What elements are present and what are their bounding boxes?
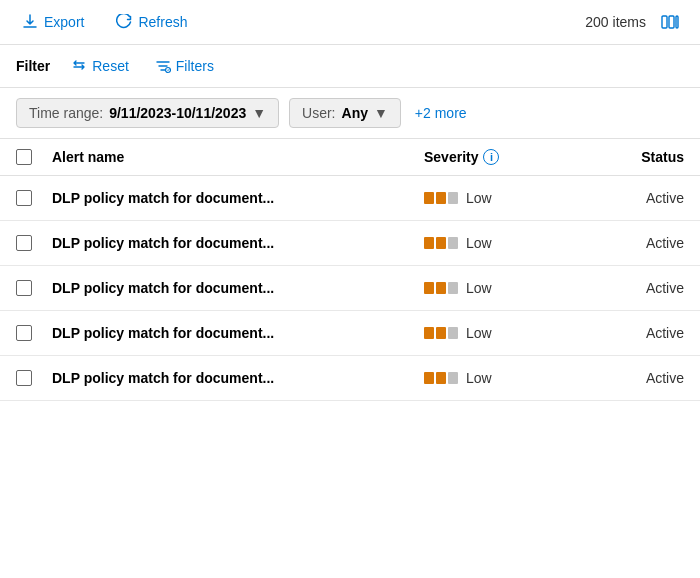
svg-rect-1 — [669, 16, 674, 28]
severity-bar-1 — [424, 372, 434, 384]
severity-cell: Low — [424, 370, 584, 386]
col-header-severity: Severity i — [424, 149, 584, 165]
row-checkbox[interactable] — [16, 370, 32, 386]
severity-value: Low — [466, 325, 492, 341]
col-header-status: Status — [584, 149, 684, 165]
user-pill-label: User: — [302, 105, 335, 121]
severity-bar-3 — [448, 327, 458, 339]
svg-rect-2 — [676, 16, 678, 28]
toolbar-left: Export Refresh — [16, 10, 194, 34]
row-checkbox-col — [16, 235, 52, 251]
severity-bars — [424, 327, 458, 339]
severity-bar-2 — [436, 282, 446, 294]
toolbar: Export Refresh 200 items — [0, 0, 700, 45]
row-checkbox[interactable] — [16, 325, 32, 341]
severity-value: Low — [466, 370, 492, 386]
table-header: Alert name Severity i Status — [0, 139, 700, 176]
row-checkbox[interactable] — [16, 190, 32, 206]
filters-label: Filters — [176, 58, 214, 74]
export-icon — [22, 14, 38, 30]
table-row[interactable]: DLP policy match for document... Low Act… — [0, 311, 700, 356]
filter-pills-row: Time range: 9/11/2023-10/11/2023 ▼ User:… — [0, 88, 700, 139]
filters-icon — [155, 58, 171, 74]
alert-name: DLP policy match for document... — [52, 235, 424, 251]
filters-button[interactable]: Filters — [150, 55, 219, 77]
column-settings-button[interactable] — [656, 8, 684, 36]
time-range-pill-label: Time range: — [29, 105, 103, 121]
table-row[interactable]: DLP policy match for document... Low Act… — [0, 266, 700, 311]
refresh-label: Refresh — [138, 14, 187, 30]
status-cell: Active — [584, 325, 684, 341]
severity-bars — [424, 372, 458, 384]
severity-value: Low — [466, 280, 492, 296]
alert-name: DLP policy match for document... — [52, 280, 424, 296]
export-label: Export — [44, 14, 84, 30]
row-checkbox-col — [16, 190, 52, 206]
severity-bars — [424, 282, 458, 294]
refresh-button[interactable]: Refresh — [110, 10, 193, 34]
severity-bar-2 — [436, 237, 446, 249]
status-cell: Active — [584, 235, 684, 251]
column-settings-icon — [660, 12, 680, 32]
severity-cell: Low — [424, 190, 584, 206]
refresh-icon — [116, 14, 132, 30]
severity-bar-1 — [424, 237, 434, 249]
filter-bar: Filter Reset Filters — [0, 45, 700, 88]
severity-bar-1 — [424, 192, 434, 204]
severity-bar-2 — [436, 327, 446, 339]
severity-bar-1 — [424, 282, 434, 294]
alert-name: DLP policy match for document... — [52, 325, 424, 341]
select-all-checkbox[interactable] — [16, 149, 32, 165]
severity-bar-3 — [448, 372, 458, 384]
row-checkbox-col — [16, 325, 52, 341]
time-range-filter[interactable]: Time range: 9/11/2023-10/11/2023 ▼ — [16, 98, 279, 128]
row-checkbox-col — [16, 280, 52, 296]
severity-cell: Low — [424, 325, 584, 341]
svg-rect-0 — [662, 16, 667, 28]
status-cell: Active — [584, 370, 684, 386]
toolbar-right: 200 items — [585, 8, 684, 36]
severity-cell: Low — [424, 235, 584, 251]
reset-label: Reset — [92, 58, 129, 74]
alert-name: DLP policy match for document... — [52, 370, 424, 386]
filter-label: Filter — [16, 58, 50, 74]
header-checkbox-col — [16, 149, 52, 165]
item-count: 200 items — [585, 14, 646, 30]
severity-bar-3 — [448, 192, 458, 204]
reset-button[interactable]: Reset — [66, 55, 134, 77]
alert-name: DLP policy match for document... — [52, 190, 424, 206]
row-checkbox[interactable] — [16, 280, 32, 296]
table-row[interactable]: DLP policy match for document... Low Act… — [0, 356, 700, 401]
time-range-chevron-icon: ▼ — [252, 105, 266, 121]
more-filters-label: +2 more — [415, 105, 467, 121]
user-pill-value: Any — [342, 105, 368, 121]
table-row[interactable]: DLP policy match for document... Low Act… — [0, 176, 700, 221]
table-row[interactable]: DLP policy match for document... Low Act… — [0, 221, 700, 266]
severity-bars — [424, 192, 458, 204]
severity-label: Severity — [424, 149, 478, 165]
time-range-pill-value: 9/11/2023-10/11/2023 — [109, 105, 246, 121]
alert-table: DLP policy match for document... Low Act… — [0, 176, 700, 401]
export-button[interactable]: Export — [16, 10, 90, 34]
status-cell: Active — [584, 280, 684, 296]
more-filters-button[interactable]: +2 more — [411, 99, 471, 127]
col-header-name: Alert name — [52, 149, 424, 165]
severity-value: Low — [466, 235, 492, 251]
severity-info-icon[interactable]: i — [483, 149, 499, 165]
reset-icon — [71, 58, 87, 74]
status-cell: Active — [584, 190, 684, 206]
user-chevron-icon: ▼ — [374, 105, 388, 121]
severity-bar-3 — [448, 237, 458, 249]
severity-bar-2 — [436, 372, 446, 384]
severity-cell: Low — [424, 280, 584, 296]
severity-bar-3 — [448, 282, 458, 294]
row-checkbox[interactable] — [16, 235, 32, 251]
severity-value: Low — [466, 190, 492, 206]
severity-bar-2 — [436, 192, 446, 204]
row-checkbox-col — [16, 370, 52, 386]
severity-bar-1 — [424, 327, 434, 339]
severity-bars — [424, 237, 458, 249]
user-filter[interactable]: User: Any ▼ — [289, 98, 401, 128]
